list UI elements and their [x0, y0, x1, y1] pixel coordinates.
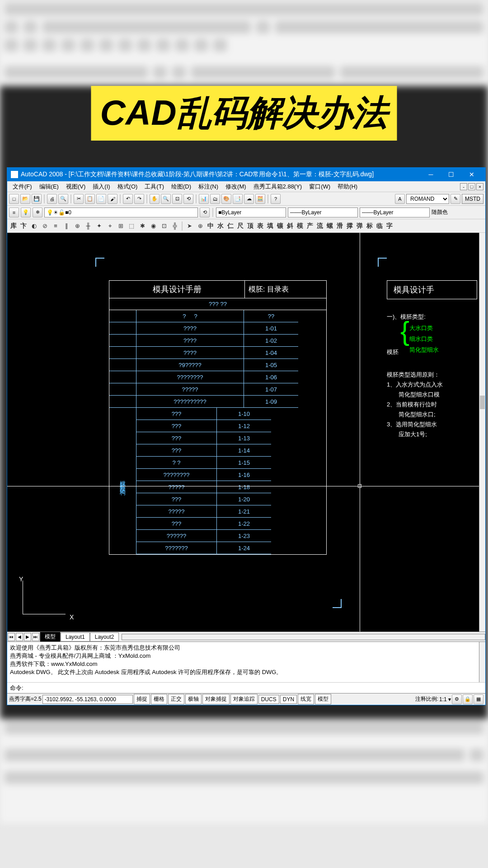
- toggle-lwt[interactable]: 线宽: [298, 694, 314, 704]
- mdi-restore[interactable]: □: [468, 183, 475, 190]
- vertical-scrollbar[interactable]: [479, 233, 485, 632]
- linetype-combo[interactable]: ─── ByLayer: [288, 208, 358, 217]
- annotation-icon[interactable]: ⚙: [452, 694, 462, 704]
- pal-t11[interactable]: 流: [315, 222, 324, 230]
- pal-icon-1[interactable]: ◐: [29, 221, 39, 231]
- tab-prev[interactable]: ◀: [16, 633, 23, 641]
- command-input[interactable]: 命令:: [7, 682, 485, 693]
- pal-icon-8[interactable]: ⌖: [105, 221, 115, 231]
- menu-tools[interactable]: 工具(T): [141, 183, 168, 191]
- pal-bian[interactable]: 卞: [19, 222, 28, 230]
- pal-t4[interactable]: 顶: [246, 222, 255, 230]
- tab-layout2[interactable]: Layout2: [90, 632, 119, 642]
- pal-icon-5[interactable]: ⊕: [72, 221, 82, 231]
- text-style-icon[interactable]: A: [395, 194, 405, 204]
- maximize-button[interactable]: ☐: [441, 168, 461, 181]
- zoom-previous-icon[interactable]: ⟲: [183, 194, 193, 204]
- tab-model[interactable]: 模型: [40, 632, 61, 642]
- lock-icon[interactable]: 🔒: [463, 694, 473, 704]
- matchprop-icon[interactable]: 🖌: [108, 194, 117, 204]
- workspace-icon[interactable]: ▦: [474, 694, 483, 704]
- open-icon[interactable]: 📂: [20, 194, 30, 204]
- minimize-button[interactable]: ─: [421, 168, 441, 181]
- preview-icon[interactable]: 🔍: [58, 194, 68, 204]
- plot-icon[interactable]: 🖨: [47, 194, 57, 204]
- pal-icon-3[interactable]: ≡: [51, 221, 61, 231]
- pal-icon-7[interactable]: ✦: [94, 221, 104, 231]
- redo-icon[interactable]: ↷: [134, 194, 144, 204]
- pal-t16[interactable]: 标: [365, 222, 374, 230]
- menu-view[interactable]: 视图(V): [62, 183, 89, 191]
- toolpalette-icon[interactable]: 🎨: [221, 194, 231, 204]
- toggle-otrack[interactable]: 对象追踪: [230, 694, 258, 704]
- pal-lib[interactable]: 库: [9, 222, 18, 230]
- sheetset-icon[interactable]: 📑: [233, 194, 243, 204]
- layer-manager-icon[interactable]: ≡: [9, 208, 19, 217]
- pal-t15[interactable]: 弹: [355, 222, 364, 230]
- pal-t10[interactable]: 产: [305, 222, 314, 230]
- pal-t12[interactable]: 螺: [325, 222, 334, 230]
- pal-t9[interactable]: 模: [296, 222, 305, 230]
- toggle-dyn[interactable]: DYN: [280, 695, 297, 704]
- toggle-osnap[interactable]: 对象捕捉: [202, 694, 230, 704]
- pal-icon-6[interactable]: ╫: [83, 221, 93, 231]
- cut-icon[interactable]: ✂: [74, 194, 84, 204]
- tab-first[interactable]: ⏮: [8, 633, 15, 641]
- toggle-grid[interactable]: 栅格: [151, 694, 167, 704]
- pal-t0[interactable]: 中: [206, 222, 215, 230]
- mstd-button[interactable]: MSTD: [462, 194, 483, 204]
- scale-value[interactable]: 1:1 ▾: [439, 696, 451, 703]
- pal-t7[interactable]: 镶: [276, 222, 285, 230]
- pal-icon-2[interactable]: ⊘: [40, 221, 50, 231]
- zoom-realtime-icon[interactable]: 🔍: [161, 194, 171, 204]
- layer-freeze-icon[interactable]: ❄: [33, 208, 42, 217]
- cmd-scrollbar[interactable]: [479, 642, 485, 682]
- zoom-window-icon[interactable]: ⊡: [172, 194, 182, 204]
- new-icon[interactable]: □: [9, 194, 19, 204]
- pan-icon[interactable]: ✋: [150, 194, 160, 204]
- pal-t5[interactable]: 表: [256, 222, 265, 230]
- help-icon[interactable]: ?: [271, 194, 281, 204]
- pal-icon-12[interactable]: ◉: [148, 221, 158, 231]
- tab-last[interactable]: ⏭: [32, 633, 39, 641]
- toggle-ortho[interactable]: 正交: [168, 694, 184, 704]
- calc-icon[interactable]: 🧮: [255, 194, 265, 204]
- pal-icon-11[interactable]: ✱: [137, 221, 147, 231]
- pal-t13[interactable]: 滑: [335, 222, 344, 230]
- undo-icon[interactable]: ↶: [123, 194, 133, 204]
- pal-icon-13[interactable]: ⊡: [159, 221, 169, 231]
- markup-icon[interactable]: ☁: [244, 194, 254, 204]
- toggle-polar[interactable]: 极轴: [185, 694, 202, 704]
- lineweight-combo[interactable]: ─── ByLayer: [360, 208, 430, 217]
- pal-t6[interactable]: 填: [266, 222, 275, 230]
- toggle-ducs[interactable]: DUCS: [258, 695, 279, 704]
- drawing-canvas[interactable]: 模具设计手册 模胚: 目录表 ??? ?? ? ???????1-01????1…: [7, 233, 485, 632]
- mdi-minimize[interactable]: -: [460, 183, 467, 190]
- pal-icon-9[interactable]: ⊞: [116, 221, 126, 231]
- pal-t14[interactable]: 撑: [345, 222, 354, 230]
- pal-t2[interactable]: 仁: [226, 222, 235, 230]
- tab-next[interactable]: ▶: [24, 633, 31, 641]
- mdi-close[interactable]: ×: [476, 183, 483, 190]
- designcenter-icon[interactable]: 🗂: [210, 194, 220, 204]
- save-icon[interactable]: 💾: [32, 194, 42, 204]
- menu-format[interactable]: 格式(O): [114, 183, 141, 191]
- menu-dimension[interactable]: 标注(N): [195, 183, 222, 191]
- layer-previous-icon[interactable]: ⟲: [200, 208, 210, 217]
- menu-yanxiu[interactable]: 燕秀工具箱2.88(Y): [250, 183, 306, 191]
- font-combo[interactable]: ROMAND: [406, 194, 449, 204]
- titlebar[interactable]: AutoCAD 2008 - [F:\工作文档\课件资料\课件总收藏\1阶段-第…: [7, 168, 485, 181]
- toggle-model[interactable]: 模型: [315, 694, 331, 704]
- menu-window[interactable]: 窗口(W): [305, 183, 334, 191]
- layer-combo[interactable]: 💡☀🔓■ 0: [44, 208, 198, 217]
- pal-icon-10[interactable]: ⬚: [127, 221, 136, 231]
- menu-modify[interactable]: 修改(M): [222, 183, 250, 191]
- pal-t1[interactable]: 水: [216, 222, 225, 230]
- pal-t8[interactable]: 斜: [286, 222, 295, 230]
- menu-help[interactable]: 帮助(H): [334, 183, 361, 191]
- menu-insert[interactable]: 插入(I): [89, 183, 113, 191]
- pal-t17[interactable]: 临: [375, 222, 384, 230]
- pal-icon-15[interactable]: ➤: [184, 221, 194, 231]
- horizontal-scrollbar[interactable]: [122, 634, 485, 640]
- properties-icon[interactable]: 📊: [199, 194, 209, 204]
